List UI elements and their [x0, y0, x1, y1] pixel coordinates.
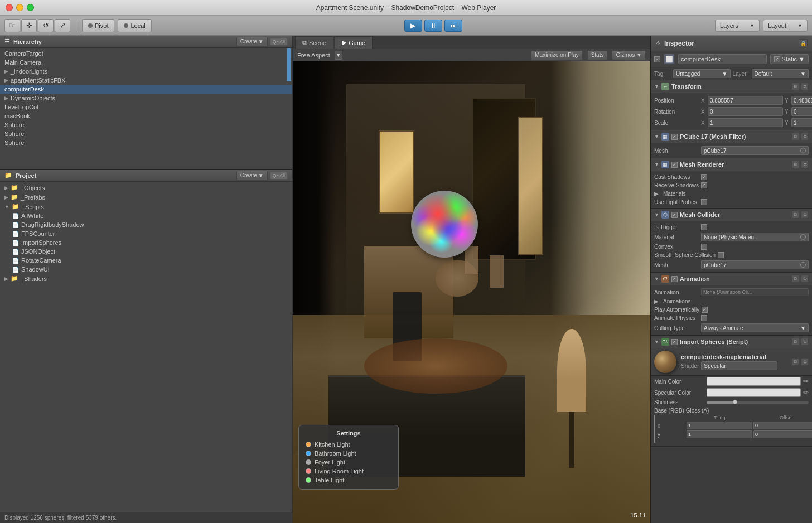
transform-settings-button[interactable]: ⚙ [801, 83, 809, 90]
tiling-y-input[interactable] [687, 430, 752, 438]
mesh-filter-header[interactable]: ▼ ▦ PCube 17 (Mesh Filter) ⧉ ⚙ [651, 130, 812, 143]
aspect-dropdown[interactable]: ▼ [335, 51, 342, 60]
layout-dropdown[interactable]: Layout ▼ [763, 20, 808, 32]
import-spheres-checkbox[interactable] [671, 339, 678, 345]
offset-y-input[interactable] [753, 430, 812, 438]
mesh-renderer-header[interactable]: ▼ ▦ Mesh Renderer ⧉ ⚙ [651, 158, 812, 171]
main-color-swatch[interactable] [707, 377, 801, 386]
colorful-sphere[interactable] [411, 191, 478, 258]
mesh-collider-checkbox[interactable] [671, 212, 678, 218]
project-item-scripts[interactable]: ▼ 📁 _Scripts [0, 202, 292, 211]
specular-color-picker-icon[interactable]: ✏ [803, 389, 809, 396]
use-light-probes-checkbox[interactable] [701, 199, 707, 205]
texture-thumbnail[interactable] [654, 415, 655, 443]
minimize-button[interactable] [16, 4, 23, 11]
3d-viewport[interactable]: Settings Kitchen Light Bathroom Light Fo… [293, 61, 650, 523]
rotation-x-input[interactable] [708, 107, 783, 116]
scale-tool-button[interactable]: ⤢ [55, 19, 70, 32]
shader-dropdown[interactable] [701, 361, 777, 370]
hierarchy-item-indoorlights[interactable]: ▶ _indoorLights [0, 67, 292, 76]
layers-dropdown[interactable]: Layers ▼ [715, 20, 760, 32]
animation-component-header[interactable]: ▼ ⏱ Animation ⧉ ⚙ [651, 273, 812, 285]
project-item-prefabs[interactable]: ▶ 📁 _Prefabs [0, 192, 292, 202]
project-item-objects[interactable]: ▶ 📁 _Objects [0, 183, 292, 192]
foyer-light-item[interactable]: Foyer Light [306, 458, 392, 467]
mesh-filter-checkbox[interactable] [671, 134, 678, 140]
project-item-importspheres[interactable]: 📄 ImportSpheres [0, 238, 292, 247]
culling-type-dropdown[interactable]: Always Animate ▼ [701, 323, 809, 332]
inspector-lock-button[interactable]: 🔒 [799, 39, 808, 48]
rotation-y-input[interactable] [791, 107, 812, 116]
project-item-jsonobject[interactable]: 📄 JSONObject [0, 247, 292, 256]
project-item-rotatecamera[interactable]: 📄 RotateCamera [0, 256, 292, 265]
hierarchy-item-leveltopcol[interactable]: LevelTopCol [0, 103, 292, 112]
is-trigger-checkbox[interactable] [701, 224, 707, 230]
local-button[interactable]: Local [118, 19, 151, 32]
move-tool-button[interactable]: ✛ [21, 19, 37, 32]
animation-checkbox[interactable] [671, 276, 678, 282]
scale-y-input[interactable] [791, 118, 812, 127]
static-checkbox[interactable] [774, 56, 780, 62]
bathroom-light-item[interactable]: Bathroom Light [306, 449, 392, 458]
kitchen-light-item[interactable]: Kitchen Light [306, 440, 392, 449]
collider-mesh-ref[interactable]: pCube17 [701, 260, 809, 269]
mesh-renderer-copy-button[interactable]: ⧉ [791, 161, 799, 168]
mesh-filter-settings-button[interactable]: ⚙ [801, 133, 809, 141]
hand-tool-button[interactable]: ☞ [4, 19, 20, 32]
table-light-item[interactable]: Table Light [306, 476, 392, 485]
hierarchy-create-button[interactable]: Create ▼ [236, 37, 268, 47]
mesh-collider-header[interactable]: ▼ ⬡ Mesh Collider ⧉ ⚙ [651, 209, 812, 221]
project-item-fpscounter[interactable]: 📄 FPSCounter [0, 229, 292, 238]
cast-shadows-checkbox[interactable] [701, 174, 707, 180]
maximize-button[interactable] [27, 4, 34, 11]
mesh-collider-copy-button[interactable]: ⧉ [791, 211, 799, 219]
rotate-tool-button[interactable]: ↺ [38, 19, 54, 32]
main-color-picker-icon[interactable]: ✏ [803, 377, 809, 385]
tiling-x-input[interactable] [687, 422, 752, 429]
living-room-light-item[interactable]: Living Room Light [306, 467, 392, 476]
material-copy-button[interactable]: ⧉ [791, 358, 799, 366]
hierarchy-item-cameratarget[interactable]: CameraTarget [0, 49, 292, 58]
hierarchy-item-apartment[interactable]: ▶ apartMentStaticFBX [0, 76, 292, 85]
play-auto-checkbox[interactable] [702, 307, 708, 313]
animate-physics-checkbox[interactable] [701, 315, 707, 321]
scene-tab[interactable]: ⧉ Scene [295, 36, 334, 49]
import-spheres-header[interactable]: ▼ C# Import Spheres (Script) ⧉ ⚙ [651, 336, 812, 348]
material-settings-button[interactable]: ⚙ [801, 358, 809, 366]
hierarchy-item-computerdesk[interactable]: computerDesk [0, 85, 292, 94]
project-item-shaders[interactable]: ▶ 📁 _Shaders [0, 274, 292, 283]
mesh-renderer-checkbox[interactable] [671, 162, 678, 168]
project-item-dragshadow[interactable]: 📄 DragRigidbodyShadow [0, 220, 292, 229]
smooth-sphere-checkbox[interactable] [718, 252, 724, 258]
hierarchy-item-sphere2[interactable]: Sphere [0, 129, 292, 138]
pause-button[interactable]: ⏸ [424, 20, 442, 32]
import-spheres-copy-button[interactable]: ⧉ [791, 338, 799, 346]
hierarchy-item-sphere3[interactable]: Sphere [0, 138, 292, 147]
convex-checkbox[interactable] [701, 244, 707, 250]
project-item-shadowui[interactable]: 📄 ShadowUI [0, 265, 292, 274]
specular-color-swatch[interactable] [707, 388, 801, 397]
project-item-allwhite[interactable]: 📄 AllWhite [0, 211, 292, 220]
play-button[interactable]: ▶ [404, 20, 422, 32]
animation-copy-button[interactable]: ⧉ [791, 275, 799, 283]
transform-copy-button[interactable]: ⧉ [791, 83, 799, 90]
object-active-checkbox[interactable] [654, 56, 660, 62]
animation-settings-button[interactable]: ⚙ [801, 275, 809, 283]
hierarchy-item-sphere1[interactable]: Sphere [0, 120, 292, 129]
project-create-button[interactable]: Create ▼ [236, 171, 268, 181]
animation-clip-ref[interactable]: None (Animation Cli... [701, 288, 809, 296]
transform-component-header[interactable]: ▼ ↔ Transform ⧉ ⚙ [651, 80, 812, 93]
mesh-value-ref[interactable]: pCube17 [701, 146, 809, 155]
static-dropdown[interactable]: Static ▼ [770, 54, 809, 64]
collider-material-ref[interactable]: None (Physic Materi... [701, 233, 809, 241]
mesh-renderer-settings-button[interactable]: ⚙ [801, 161, 809, 168]
object-name-input[interactable] [678, 54, 767, 64]
gizmos-button[interactable]: Gizmos ▼ [612, 50, 646, 60]
layer-dropdown[interactable]: Default ▼ [752, 69, 809, 78]
offset-x-input[interactable] [753, 422, 812, 429]
import-spheres-settings-button[interactable]: ⚙ [801, 338, 809, 346]
hierarchy-item-macbook[interactable]: macBook [0, 112, 292, 120]
game-tab[interactable]: ▶ Game [335, 36, 373, 49]
position-y-input[interactable] [791, 96, 812, 105]
hierarchy-item-maincamera[interactable]: Main Camera [0, 58, 292, 67]
